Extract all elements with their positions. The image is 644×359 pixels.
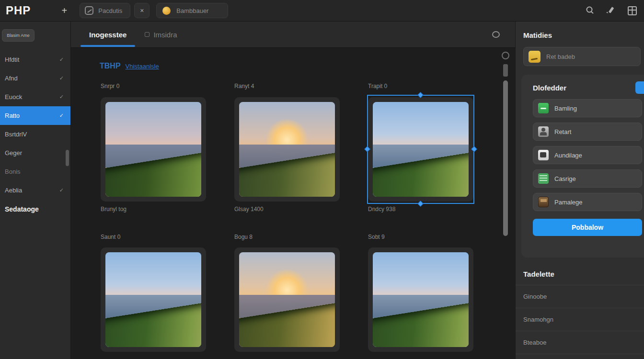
model-item-label: Casrige xyxy=(554,175,576,182)
left-sidebar: Blasim Ame Hfdtit ✓ Afnd ✓ Euock ✓ Ratto… xyxy=(0,22,71,359)
scrollbar-mini-thumb[interactable] xyxy=(503,64,508,77)
search-icon[interactable] xyxy=(585,6,595,15)
sidebar-menu: Hfdtit ✓ Afnd ✓ Euock ✓ Ratto ✓ BsrtdrlV… xyxy=(0,50,70,218)
check-icon: ✓ xyxy=(59,75,64,81)
model-item-pamalege[interactable]: Pamalege xyxy=(533,193,642,211)
sidebar-item-label: Sedataoge xyxy=(5,205,39,213)
check-icon: ✓ xyxy=(59,94,64,100)
image-card[interactable] xyxy=(368,247,473,352)
sidebar-item-aeblia[interactable]: Aeblia ✓ xyxy=(0,181,70,200)
app-logo: PHP xyxy=(6,4,31,17)
generated-image[interactable] xyxy=(373,252,469,347)
card-caption: Glsay 1400 xyxy=(234,206,340,213)
generated-image[interactable] xyxy=(239,252,335,347)
sidebar-item-label: Euock xyxy=(5,93,22,101)
card-caption: Brunyl tog xyxy=(101,206,206,213)
content-scrollbar xyxy=(501,48,509,359)
generated-image[interactable] xyxy=(373,102,469,197)
image-doc-icon xyxy=(85,6,93,15)
tab-label: Inogesstee xyxy=(89,31,126,39)
tab-images[interactable]: Inogesstee xyxy=(89,31,126,39)
model-item-label: Aundilage xyxy=(554,152,582,159)
yellow-model-icon xyxy=(529,51,540,63)
sidebar-item-label: Afnd xyxy=(5,75,18,82)
new-tab-button[interactable]: + xyxy=(58,4,71,17)
model-panel: Dlofedder Bamling Retart Aundilage Casri… xyxy=(521,75,644,258)
main-content: Inogesstee Imsidra TBHP Vhistaanlsle Snr… xyxy=(71,22,515,359)
topbar-actions xyxy=(585,6,637,16)
sidebar-item-bonis[interactable]: Bonis xyxy=(0,162,70,181)
list-item-bteaboe[interactable]: Bteaboe xyxy=(516,331,644,354)
content-tabbar: Inogesstee Imsidra xyxy=(71,22,515,48)
section2-list: Ginoobe Snamohgn Bteaboe xyxy=(516,285,644,354)
image-card[interactable] xyxy=(101,97,206,202)
check-icon: ✓ xyxy=(59,187,64,193)
sidebar-item-label: Bonis xyxy=(5,168,21,175)
active-tab-underline xyxy=(80,45,135,47)
model-item-label: Bamling xyxy=(554,105,577,112)
card-header: Snrpr 0 xyxy=(101,83,206,90)
sidebar-item-label: Hfdtit xyxy=(5,56,19,63)
green-check-icon xyxy=(538,103,549,113)
model-item-aundilage[interactable]: Aundilage xyxy=(533,146,642,164)
scroll-circle-icon[interactable] xyxy=(502,52,509,59)
document-tab-1[interactable]: Pacdutis xyxy=(80,3,130,18)
green-grid-icon xyxy=(538,173,549,184)
sidebar-item-ratto-active[interactable]: Ratto ✓ xyxy=(0,106,70,125)
models-title: Matidies xyxy=(523,31,644,39)
circle-icon[interactable] xyxy=(491,31,501,38)
card-header: Ranyt 4 xyxy=(234,83,340,90)
sidebar-item-label: Ratto xyxy=(5,112,20,119)
close-tab-button[interactable]: × xyxy=(134,3,150,18)
sidebar-item-afnd[interactable]: Afnd ✓ xyxy=(0,69,70,88)
card-caption: Dndcy 938 xyxy=(368,206,473,213)
image-card[interactable] xyxy=(234,247,340,352)
primary-action-button[interactable]: Pobbalow xyxy=(533,219,642,236)
model-item-bamling[interactable]: Bamling xyxy=(533,99,642,117)
card-header: Trapit 0 xyxy=(368,83,473,90)
pen-icon[interactable] xyxy=(606,6,616,15)
panel-toggle[interactable] xyxy=(635,81,644,94)
portrait-icon xyxy=(538,126,549,137)
model-item-label: Pamalege xyxy=(554,199,583,206)
card-header: Saunt 0 xyxy=(101,234,206,240)
title-link[interactable]: Vhistaanlsle xyxy=(126,63,159,70)
sidebar-item-label: Geger xyxy=(5,149,22,157)
card-header: Sobt 9 xyxy=(368,234,473,240)
image-card[interactable] xyxy=(234,97,340,202)
image-card-selected[interactable] xyxy=(368,97,473,202)
generated-image[interactable] xyxy=(239,102,335,197)
document-tab-2-label: Bambbauer xyxy=(176,7,208,14)
model-search-input[interactable] xyxy=(546,53,635,60)
generated-image[interactable] xyxy=(105,102,201,197)
check-icon: ✓ xyxy=(59,112,64,119)
tab-label: Imsidra xyxy=(153,31,177,39)
document-tab-2[interactable]: Bambbauer xyxy=(156,3,228,18)
app-window: { "icons": { "check": "✓", "plus": "+", … xyxy=(0,0,644,359)
sidebar-item-geger[interactable]: Geger xyxy=(0,144,70,162)
sidebar-item-hfdtit[interactable]: Hfdtit ✓ xyxy=(0,50,70,69)
scrollbar-thumb[interactable] xyxy=(503,80,508,236)
generated-image[interactable] xyxy=(105,252,201,347)
sidebar-item-label: Aeblia xyxy=(5,187,22,194)
model-item-label: Retart xyxy=(554,128,571,135)
image-card[interactable] xyxy=(101,247,206,352)
list-item-snamohgn[interactable]: Snamohgn xyxy=(516,308,644,331)
sidebar-top-button[interactable]: Blasim Ame xyxy=(2,29,34,42)
section2-title: Tadelette xyxy=(523,270,644,278)
sidebar-item-sedataoge[interactable]: Sedataoge xyxy=(0,200,70,218)
model-search[interactable] xyxy=(523,47,641,66)
title-prefix: TBHP xyxy=(100,62,121,70)
tab-imsidra[interactable]: Imsidra xyxy=(145,31,177,39)
grid-view-icon[interactable] xyxy=(627,6,637,16)
list-item-ginoobe[interactable]: Ginoobe xyxy=(516,285,644,308)
sidebar-scrollbar-thumb[interactable] xyxy=(66,150,69,166)
check-icon: ✓ xyxy=(59,56,64,63)
device-icon xyxy=(538,150,549,160)
model-item-casrige[interactable]: Casrige xyxy=(533,169,642,188)
model-item-retart[interactable]: Retart xyxy=(533,123,642,141)
picture-icon xyxy=(538,197,549,207)
sidebar-item-euock[interactable]: Euock ✓ xyxy=(0,88,70,106)
sidebar-item-bsrtdrlv[interactable]: BsrtdrlV xyxy=(0,125,70,144)
topbar: PHP + Pacdutis × Bambbauer xyxy=(0,0,644,22)
